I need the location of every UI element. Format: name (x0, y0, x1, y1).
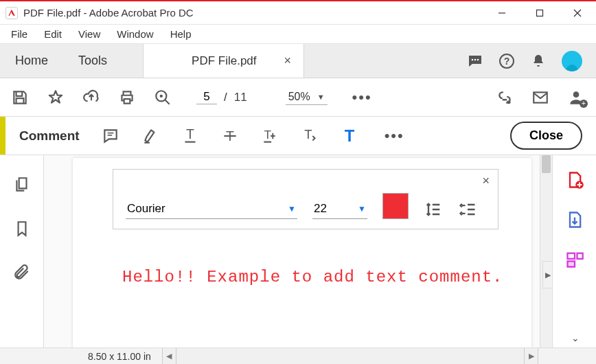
thumbnails-icon[interactable] (13, 176, 31, 194)
svg-text:?: ? (504, 56, 510, 67)
left-sidebar (0, 155, 44, 348)
close-tab-icon[interactable]: × (284, 54, 292, 68)
svg-line-10 (165, 100, 170, 104)
page-current-input[interactable] (196, 90, 217, 104)
font-size-value: 22 (314, 202, 327, 216)
document-area: × Courier ▼ 22 ▼ Hello!! Example to add … (44, 155, 552, 348)
title-bar: PDF File.pdf - Adobe Acrobat Pro DC (0, 1, 596, 25)
user-avatar[interactable] (562, 51, 582, 71)
chevron-down-icon: ▼ (317, 93, 325, 101)
comments-icon[interactable] (467, 53, 483, 69)
svg-text:T: T (264, 128, 271, 141)
underline-text-icon[interactable]: T (181, 127, 199, 145)
scroll-right-icon[interactable]: ▶ (524, 348, 538, 364)
cloud-upload-icon[interactable] (82, 89, 100, 106)
svg-rect-28 (577, 253, 582, 259)
close-format-bar-icon[interactable]: × (482, 174, 490, 188)
window-title: PDF File.pdf - Adobe Acrobat Pro DC (23, 7, 483, 19)
print-icon[interactable] (118, 89, 136, 106)
minimize-button[interactable] (483, 1, 520, 24)
tab-tools[interactable]: Tools (63, 44, 122, 78)
svg-point-4 (472, 58, 474, 60)
page-separator: / (224, 91, 227, 104)
zoom-select[interactable]: 50% ▼ (286, 89, 328, 105)
nav-tabs: Home Tools PDF File.pdf × ? (0, 44, 596, 78)
page-control: / 11 (196, 90, 247, 104)
menu-edit[interactable]: Edit (37, 25, 69, 43)
status-bar: 8.50 x 11.00 in ◀ ▶ (0, 348, 596, 364)
sidebar-chevron-down-icon[interactable]: ⌄ (571, 332, 580, 343)
organize-pages-icon[interactable] (565, 250, 584, 269)
menu-help[interactable]: Help (163, 25, 198, 43)
paragraph-spacing-icon[interactable] (458, 200, 477, 219)
chevron-down-icon: ▼ (288, 204, 296, 214)
tab-home[interactable]: Home (0, 44, 63, 78)
svg-point-11 (160, 94, 163, 97)
chevron-down-icon: ▼ (358, 204, 366, 214)
svg-rect-1 (536, 10, 542, 16)
svg-point-13 (573, 91, 580, 98)
page-canvas[interactable]: × Courier ▼ 22 ▼ Hello!! Example to add … (73, 158, 531, 348)
svg-rect-26 (567, 253, 575, 259)
replace-text-icon[interactable]: T (301, 127, 319, 145)
menu-view[interactable]: View (71, 25, 107, 43)
email-icon[interactable] (531, 89, 549, 106)
comment-label: Comment (19, 128, 80, 144)
horizontal-scrollbar[interactable]: ◀ ▶ (162, 348, 538, 364)
color-swatch[interactable] (382, 193, 409, 219)
link-cloud-icon[interactable] (496, 89, 514, 106)
help-icon[interactable]: ? (498, 53, 515, 69)
text-format-bar: × Courier ▼ 22 ▼ (113, 169, 498, 229)
bookmark-icon[interactable] (13, 220, 31, 238)
create-pdf-icon[interactable] (565, 170, 584, 190)
close-window-button[interactable] (558, 1, 596, 24)
comment-toolbar: Comment T T T T T ••• Close (0, 117, 596, 155)
svg-text:T: T (186, 127, 194, 141)
add-person-icon[interactable]: + (567, 89, 585, 106)
tab-document[interactable]: PDF File.pdf × (143, 44, 304, 78)
zoom-icon[interactable] (154, 89, 172, 106)
menu-bar: File Edit View Window Help (0, 25, 596, 44)
maximize-button[interactable] (520, 1, 558, 24)
page-dimensions: 8.50 x 11.00 in (0, 351, 162, 362)
svg-text:T: T (344, 127, 354, 145)
tab-document-label: PDF File.pdf (192, 54, 256, 68)
menu-window[interactable]: Window (110, 25, 160, 43)
svg-point-6 (477, 58, 479, 60)
sticky-note-icon[interactable] (102, 127, 119, 145)
font-size-select[interactable]: 22 ▼ (312, 199, 367, 219)
close-comment-button[interactable]: Close (510, 122, 582, 150)
right-sidebar (552, 155, 596, 348)
strikethrough-text-icon[interactable]: T (221, 127, 239, 145)
insert-text-icon[interactable]: T (261, 127, 279, 145)
save-icon[interactable] (11, 89, 29, 106)
highlight-icon[interactable] (141, 127, 159, 145)
line-spacing-icon[interactable] (424, 200, 443, 219)
export-pdf-icon[interactable] (565, 210, 584, 229)
vertical-scrollbar[interactable] (540, 155, 552, 348)
add-text-comment-icon[interactable]: T (341, 127, 358, 145)
font-value: Courier (127, 202, 165, 216)
acrobat-logo-icon (5, 7, 18, 19)
font-select[interactable]: Courier ▼ (126, 199, 297, 219)
star-icon[interactable] (47, 89, 65, 106)
svg-text:T: T (304, 127, 312, 141)
zoom-value: 50% (288, 91, 310, 103)
page-total: 11 (234, 91, 247, 104)
scroll-left-icon[interactable]: ◀ (163, 348, 176, 364)
svg-point-5 (474, 58, 477, 60)
menu-file[interactable]: File (4, 25, 34, 43)
main-toolbar: / 11 50% ▼ ••• + (0, 78, 596, 117)
collapse-right-button[interactable]: ▶ (542, 261, 552, 288)
attachments-icon[interactable] (13, 264, 31, 282)
bell-icon[interactable] (530, 53, 547, 69)
sample-text[interactable]: Hello!! Example to add text comment. (122, 268, 503, 286)
more-options-icon[interactable]: ••• (352, 89, 372, 106)
more-comment-tools-icon[interactable]: ••• (385, 127, 404, 145)
svg-rect-27 (567, 261, 575, 266)
